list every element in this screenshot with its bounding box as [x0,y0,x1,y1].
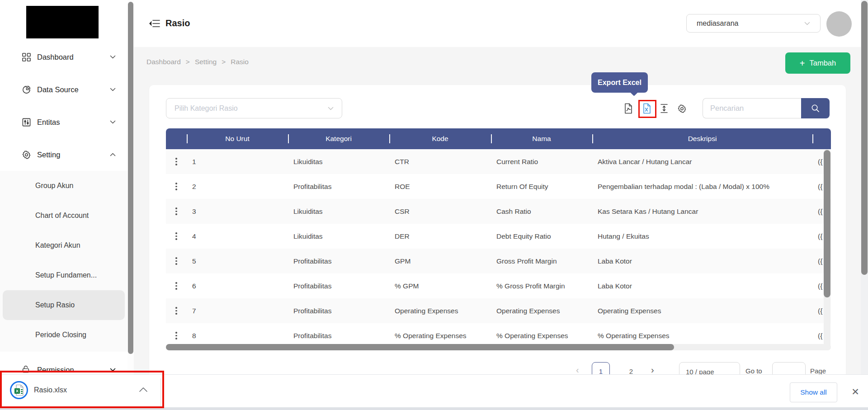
downloads-bar: X Rasio.xlsx Show all ✕ [0,374,868,410]
cell-kategori: Profitabilitas [288,307,389,315]
download-item[interactable]: X Rasio.xlsx [0,375,160,410]
row-actions-kebab-icon[interactable] [174,255,179,267]
page-scrollbar-thumb[interactable] [861,1,868,275]
show-all-button[interactable]: Show all [790,382,837,402]
search-input[interactable] [703,98,801,118]
cell-nama: Gross Profit Margin [491,257,592,265]
row-actions-kebab-icon[interactable] [174,181,179,192]
table-header-kode: Kode [389,128,491,149]
row-actions-kebab-icon[interactable] [174,305,179,316]
cell-kode: CSR [389,207,491,216]
sidebar-item-entitas[interactable]: Entitas [0,106,127,138]
sidebar-subitem-group-akun[interactable]: Group Akun [0,171,127,201]
table-header-no-urut: No Urut [187,128,288,149]
entity-icon [21,117,31,127]
download-file-name: Rasio.xlsx [34,386,67,394]
row-actions-kebab-icon[interactable] [174,206,179,217]
downloads-divider [160,378,161,406]
sidebar-scrollbar [127,0,134,374]
chevron-up-icon[interactable] [138,386,148,394]
tenant-select[interactable]: mediasarana [686,14,821,33]
row-actions-kebab-icon[interactable] [174,280,179,292]
topbar: Rasio mediasarana [134,0,861,47]
lock-icon [21,365,31,375]
sidebar-item-setting[interactable]: Setting [0,138,127,171]
breadcrumb-item: Rasio [231,58,249,66]
sidebar: DashboardData SourceEntitasSetting Group… [0,0,127,374]
page-word-label: Page [810,367,826,375]
cell-kategori: Likuiditas [288,232,389,240]
breadcrumb-item: Setting [195,58,217,66]
sidebar-subitem-periode-closing[interactable]: Periode Closing [0,320,127,350]
sidebar-item-dashboard[interactable]: Dashboard [0,41,127,73]
table-vertical-scrollbar [824,149,830,348]
search-button[interactable] [801,98,830,118]
chevron-down-icon [328,107,334,110]
cell-kode: CTR [389,158,491,166]
category-filter-select[interactable]: Pilih Kategori Rasio [166,98,342,118]
tooltip-arrow [630,88,638,96]
app-window: DashboardData SourceEntitasSetting Group… [0,0,868,410]
sidebar-menu: DashboardData SourceEntitasSetting [0,41,127,171]
content-card: Pilih Kategori Rasio Export Excel No Uru… [149,85,846,392]
sidebar-scrollbar-thumb[interactable] [128,2,133,354]
cell-kode: Operating Expenses [389,307,491,315]
goto-label: Go to [745,367,762,375]
menu-fold-icon[interactable] [149,19,160,28]
export-pdf-icon[interactable] [623,102,634,115]
table-vertical-scrollbar-thumb[interactable] [824,150,830,297]
sidebar-setting-submenu: Group AkunChart of AccountKategori AkunS… [0,171,127,352]
table-header-nama: Nama [491,128,592,149]
table-settings-icon[interactable] [676,102,687,115]
avatar[interactable] [826,11,852,37]
sidebar-subitem-setup-rasio[interactable]: Setup Rasio [3,290,125,320]
row-actions-kebab-icon[interactable] [174,330,179,341]
dashboard-icon [21,52,31,62]
table-horizontal-scrollbar-thumb[interactable] [166,344,674,350]
cell-kategori: Likuiditas [288,158,389,166]
app-logo [26,6,99,38]
cell-no: 3 [187,207,288,216]
sidebar-item-label: Permission [37,366,110,374]
cell-no: 1 [187,158,288,166]
export-excel-tooltip: Export Excel [591,72,648,93]
tenant-select-value: mediasarana [697,19,804,28]
chevron-down-icon [110,88,116,91]
pagination-next-icon[interactable]: › [651,365,654,375]
cell-kategori: Likuiditas [288,207,389,216]
cell-kode: % GPM [389,282,491,290]
pagination-prev-icon[interactable]: ‹ [576,365,579,375]
page-title: Rasio [165,18,190,28]
add-button[interactable]: + Tambah [785,52,850,74]
cell-kategori: Profitabilitas [288,183,389,191]
sidebar-item-data-source[interactable]: Data Source [0,73,127,106]
cell-kategori: Profitabilitas [288,257,389,265]
sidebar-subitem-kategori-akun[interactable]: Kategori Akun [0,231,127,260]
breadcrumb-separator: > [186,58,190,66]
row-actions-kebab-icon[interactable] [174,231,179,242]
cell-kode: DER [389,232,491,240]
close-icon[interactable]: ✕ [849,386,862,398]
sidebar-subitem-setup-fundamen[interactable]: Setup Fundamen... [0,260,127,290]
cell-deskripsi: % Operating Expenses [592,332,812,340]
export-excel-icon[interactable] [642,102,652,115]
cell-deskripsi: Operating Expenses [592,307,812,315]
sidebar-item-label: Setting [37,151,110,159]
table-row: 4LikuiditasDERDebt Equity RatioHutang / … [166,224,831,249]
cell-deskripsi: Pengembalian terhadap modal : (Laba / Mo… [592,183,812,191]
cell-kategori: Profitabilitas [288,332,389,340]
sidebar-item-label: Entitas [37,118,110,127]
gear-icon [21,150,31,160]
sidebar-subitem-chart-of-account[interactable]: Chart of Account [0,201,127,231]
cell-kategori: Profitabilitas [288,282,389,290]
page-scrollbar [861,0,868,374]
window-bottom-edge [0,407,868,410]
plus-icon: + [800,59,805,68]
row-height-icon[interactable] [659,102,670,115]
row-actions-kebab-icon[interactable] [174,156,179,167]
cell-nama: % Gross Profit Margin [491,282,592,290]
sidebar-item-label: Data Source [37,85,110,94]
cell-nama: % Operating Expenses [491,332,592,340]
chevron-down-icon [110,368,116,372]
chevron-down-icon [110,55,116,59]
